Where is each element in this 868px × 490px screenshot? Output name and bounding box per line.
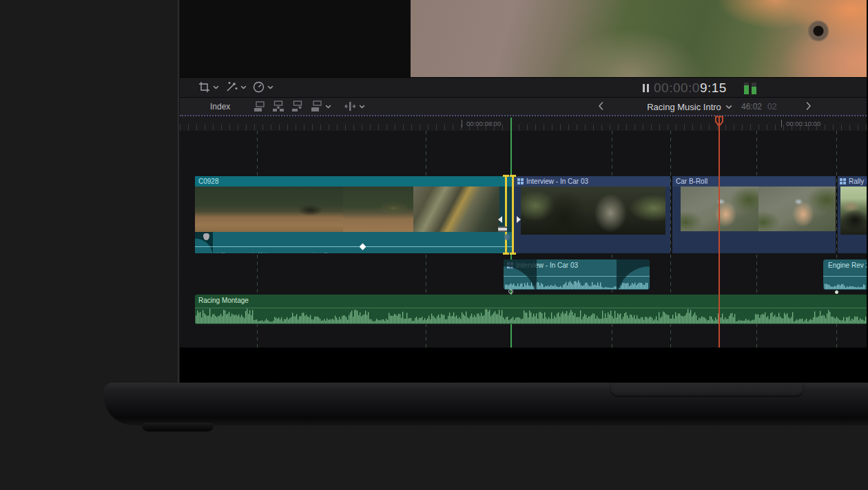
thumbnail-forest-road <box>195 187 343 232</box>
chevron-down-icon[interactable] <box>359 105 365 109</box>
clip-title: Rally Ra <box>849 178 867 185</box>
chevron-down-icon[interactable] <box>240 85 247 89</box>
thumbnail-car-interior <box>521 187 665 235</box>
multicam-icon <box>517 178 524 184</box>
volume-line[interactable] <box>195 246 512 247</box>
clip-title: C0928 <box>198 178 218 185</box>
audio-waveform <box>196 308 867 323</box>
timeline-body[interactable]: Racing Montage Interview - In Car 03 <box>180 131 867 348</box>
chevron-down-icon[interactable] <box>213 85 219 89</box>
chevron-down-icon[interactable] <box>267 85 273 89</box>
ruler-label-10s: 00:00:10:00 <box>781 120 820 127</box>
thumbnail-steering-wheel <box>840 187 867 235</box>
timeline-header: Index <box>180 97 867 115</box>
trim-handle-left[interactable] <box>505 175 507 255</box>
timecode-display: 00:00:09:15 <box>643 80 727 96</box>
crop-tool-button[interactable] <box>198 81 219 93</box>
viewer-video-frame[interactable] <box>411 0 867 77</box>
volume-line[interactable] <box>823 276 867 277</box>
video-clip-interview-in-car-03[interactable]: Interview - In Car 03 <box>514 176 670 253</box>
audio-waveform <box>505 279 648 288</box>
clip-filmstrip <box>681 187 836 231</box>
macbook-scene: 00:00:09:15 Index <box>0 0 868 490</box>
overwrite-edit-button[interactable] <box>311 100 331 112</box>
music-clip-racing-montage[interactable]: Racing Montage <box>195 295 867 324</box>
clip-connection-dot <box>835 290 838 294</box>
clip-filmstrip <box>195 187 512 232</box>
audio-clip-interview-in-car-03[interactable]: Interview - In Car 03 <box>504 259 650 290</box>
toolbar: 00:00:09:15 <box>180 77 867 97</box>
laptop-rubber-foot <box>142 423 214 432</box>
insert-edit-button[interactable] <box>272 100 285 112</box>
filmstrip-trim-icon <box>498 226 507 232</box>
video-clip-c0928[interactable]: C0928 <box>195 176 512 253</box>
chevron-down-icon <box>725 105 732 109</box>
crop-tool-icon <box>198 81 210 93</box>
ruler-label-8s: 00:00:08:00 <box>462 120 501 127</box>
trim-tool-icon <box>343 100 357 112</box>
trim-tool-button[interactable] <box>343 100 365 112</box>
laptop-lid-notch <box>610 383 804 397</box>
pause-icon <box>643 84 649 92</box>
trim-handle-right[interactable] <box>512 175 514 255</box>
index-button-label: Index <box>210 102 230 111</box>
audio-clip-engine-rev-2[interactable]: Engine Rev 2 <box>823 259 867 290</box>
fade-handle[interactable] <box>508 289 513 294</box>
project-duration-partial: 02 <box>767 98 776 116</box>
multicam-icon <box>507 262 513 268</box>
multicam-icon <box>840 178 846 184</box>
index-button[interactable]: Index <box>200 98 240 116</box>
audio-waveform <box>825 279 865 288</box>
final-cut-pro-window: 00:00:09:15 Index <box>180 0 867 348</box>
thumbnail-aerial-drift <box>758 187 836 231</box>
video-clip-rally-ra[interactable]: Rally Ra <box>838 176 867 253</box>
timecode-bright: 9:15 <box>700 81 727 96</box>
macbook-screen: 00:00:09:15 Index <box>178 0 868 383</box>
trim-arrow-right-icon <box>517 216 521 223</box>
timeline-ruler[interactable]: 00:00:08:00 00:00:10:00 <box>180 115 867 131</box>
laptop-base <box>103 383 868 425</box>
viewer-panel <box>180 0 867 77</box>
trim-audio-dot <box>504 234 510 240</box>
connect-edit-icon <box>254 100 266 112</box>
audio-meters[interactable] <box>744 83 756 94</box>
clip-title: Car B-Roll <box>676 178 707 185</box>
project-duration: 46:02 <box>741 98 762 116</box>
insert-edit-icon <box>272 100 285 112</box>
ruler-ticks <box>180 125 867 130</box>
project-name: Racing Music Intro <box>647 102 721 112</box>
overwrite-edit-icon <box>311 100 323 112</box>
project-title-menu[interactable]: Racing Music Intro <box>634 98 745 116</box>
playhead-top-marker[interactable] <box>714 116 724 128</box>
thumbnail-rally-car <box>343 187 413 232</box>
retime-gauge-icon <box>253 81 265 93</box>
clip-title: Interview - In Car 03 <box>526 178 588 185</box>
clip-title: Interview - In Car 03 <box>516 262 578 269</box>
next-project-button[interactable] <box>805 101 812 111</box>
timecode-dim: 00:00:0 <box>654 81 700 96</box>
previous-project-button[interactable] <box>597 101 604 111</box>
audio-waveform <box>195 248 512 253</box>
connect-edit-button[interactable] <box>254 100 266 112</box>
append-edit-button[interactable] <box>291 100 304 112</box>
audio-meter-right <box>752 83 756 94</box>
clip-audio-section[interactable] <box>195 232 512 253</box>
enhance-tool-button[interactable] <box>225 81 247 93</box>
clip-title: Racing Montage <box>198 297 249 304</box>
video-clip-car-b-roll[interactable]: Car B-Roll <box>672 176 836 253</box>
audio-meter-left <box>744 83 749 94</box>
append-edit-icon <box>291 100 304 112</box>
chevron-down-icon[interactable] <box>325 105 331 109</box>
trim-arrow-left-icon <box>498 216 502 223</box>
retime-tool-button[interactable] <box>253 81 273 93</box>
enhance-wand-icon <box>225 81 238 93</box>
volume-line[interactable] <box>504 276 650 277</box>
playhead-line[interactable] <box>719 116 720 348</box>
thumbnail-car-closeup <box>413 187 499 232</box>
clip-title: Engine Rev 2 <box>828 262 867 269</box>
